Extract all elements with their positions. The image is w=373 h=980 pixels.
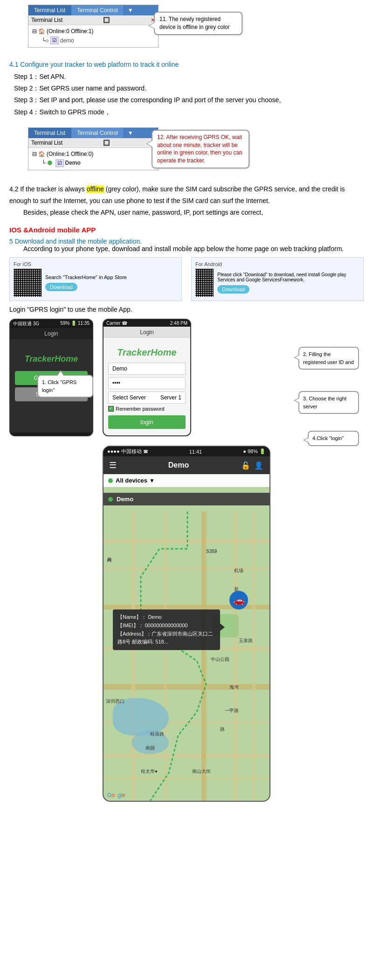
android-logo: TrackerHome xyxy=(108,347,186,358)
android-phone-mockup: Carrier ☎ 2:48 PM Login TrackerHome Demo… xyxy=(103,319,191,436)
ios-android-title: IOS &Android mobile APP xyxy=(9,226,364,234)
android-download-box: For Android Please click "Download" to d… xyxy=(191,257,364,301)
map-label-guiliao: 桂庙路 xyxy=(150,731,164,737)
device-status-dot xyxy=(108,478,113,483)
big-phone-header: ☰ Demo 🔓 👤 xyxy=(104,456,269,474)
info-address: 【Address】：广东省深圳市南山区关口二路8号 邮政编码: 518... xyxy=(117,630,215,646)
map-label-yuquan: 玉泉路 xyxy=(239,637,253,644)
ios-login-title: Login xyxy=(10,328,92,339)
map-label-guihua: 桂太华● xyxy=(141,768,158,775)
map-area: All devices ▼ Demo xyxy=(104,474,269,801)
hamburger-icon[interactable]: ☰ xyxy=(109,460,117,470)
callout-filling: 2. Filling the registered user ID and xyxy=(298,347,359,370)
offline-highlight: offline xyxy=(87,185,104,193)
android-user-field[interactable]: Demo xyxy=(108,363,186,375)
tab-terminal-control-1[interactable]: Terminal Control xyxy=(71,5,124,15)
lock-icon[interactable]: 🔓 xyxy=(241,460,251,470)
map-label-park: 中山公园 xyxy=(211,656,229,663)
terminal-tabs-1: Terminal List Terminal Control ▼ xyxy=(28,5,158,15)
demo-device-bar[interactable]: Demo xyxy=(104,493,269,505)
callout-click-login: 4.Click "login" xyxy=(308,431,359,446)
android-qr-code xyxy=(195,269,214,297)
ios-download-box: For iOS Search "TrackerHome" in App Stor… xyxy=(9,257,182,301)
download-row: For iOS Search "TrackerHome" in App Stor… xyxy=(9,257,364,301)
route-path xyxy=(104,511,269,801)
tab-terminal-control-2[interactable]: Terminal Control xyxy=(71,128,124,138)
step-3: Step 3：Set IP and port, please use the c… xyxy=(14,94,364,106)
info-imei: 【IMEI】： 000000000000000 xyxy=(117,622,215,630)
big-phone-mockup: ●●●● 中国移动 ☎ 11:41 ● 98% 🔋 ☰ Demo 🔓 👤 All… xyxy=(103,446,270,802)
android-status-bar: Carrier ☎ 2:48 PM xyxy=(104,320,190,327)
map-label-jichang2: 新 xyxy=(234,586,239,593)
tab-terminal-list-1[interactable]: Terminal List xyxy=(28,5,71,15)
android-login-btn[interactable]: login xyxy=(108,415,186,429)
android-pass-field[interactable]: •••• xyxy=(108,377,186,389)
section-4-1-title: 4.1 Configure your tracker to web platfo… xyxy=(9,61,364,68)
section-4-2: 4.2 If the tracker is always offline (gr… xyxy=(9,183,364,219)
terminal-content-2: ⊟ 🏠 (Online:1 Offline:0) └ ☑ Demo xyxy=(28,148,158,170)
map-label-haiwan: 海湾 xyxy=(229,684,239,691)
info-popup: 【Name】： Demo 【IMEI】： 000000000000000 【Ad… xyxy=(113,609,220,650)
ios-logo: TrackerHome xyxy=(15,354,88,364)
ios-download-btn[interactable]: Download xyxy=(45,283,77,291)
terminal-tabs-2: Terminal List Terminal Control ▼ xyxy=(28,128,158,138)
android-login-title: Login xyxy=(104,327,190,338)
map-label-jichang: 机场 xyxy=(234,567,243,574)
phones-row: 中国联通 3G 59% 🔋 11:35 Login TrackerHome GP… xyxy=(9,319,364,436)
android-server-select[interactable]: Select Server Server 1 xyxy=(108,392,186,404)
terminal-content-1: ⊟ 🏠 (Online:0 Offline:1) └○ ☑ demo xyxy=(28,25,158,47)
step-4: Step 4：Switch to GPRS mode， xyxy=(14,106,364,118)
map-label-3: 路 xyxy=(220,726,225,733)
tab-dropdown-arrow-1[interactable]: ▼ xyxy=(124,5,137,15)
tab-terminal-list-2[interactable]: Terminal List xyxy=(28,128,71,138)
demo-status-dot xyxy=(108,497,113,502)
remember-checkbox[interactable] xyxy=(108,406,114,412)
terminal-header-1: Terminal List 🔲 ✕ xyxy=(28,15,158,25)
step-2: Step 2：Set GPRS user name and password. xyxy=(14,83,364,94)
map-label-shenzhenxi: 深圳西口 xyxy=(106,698,124,705)
user-icon[interactable]: 👤 xyxy=(254,460,264,470)
map-label-road: S359 xyxy=(206,549,217,554)
google-logo: Google xyxy=(107,792,125,798)
android-phone-body: TrackerHome Demo •••• Select Server Serv… xyxy=(104,338,190,435)
callout-server: 3. Choose the right server xyxy=(298,391,359,414)
ios-status-bar: 中国联通 3G 59% 🔋 11:35 xyxy=(10,320,92,328)
terminal-header-2: Terminal List 🔲 ✕ xyxy=(28,138,158,148)
callout-2: 12. After receiving GPRS OK, wait about … xyxy=(152,130,249,168)
map-label-nanshan: 南山大街 xyxy=(192,768,211,775)
login-instruction: Login "GPRS login" to use the mobile App… xyxy=(9,306,364,313)
info-popup-arrow xyxy=(220,623,225,631)
nav-icons: 🔓 👤 xyxy=(241,460,264,470)
map-label-nan: 南园 xyxy=(145,745,155,751)
callout-1: 11. The newly registered device is offli… xyxy=(154,12,242,35)
ios-qr-code xyxy=(14,269,41,297)
big-phone-status-bar: ●●●● 中国移动 ☎ 11:41 ● 98% 🔋 xyxy=(104,447,269,456)
step-1: Step 1：Set APN. xyxy=(14,71,364,83)
remember-password-row: Remember password xyxy=(108,406,186,412)
section-5-title: 5 Download and install the mobile applic… xyxy=(9,238,364,245)
section-5-desc: According to your phone type, download a… xyxy=(23,245,364,252)
android-download-btn[interactable]: Download xyxy=(217,285,249,294)
info-name: 【Name】： Demo xyxy=(117,613,215,622)
callout-gprs-login: 1. Click "GPRS login" xyxy=(37,375,93,398)
tab-dropdown-arrow-2[interactable]: ▼ xyxy=(124,128,137,138)
step-list: Step 1：Set APN. Step 2：Set GPRS user nam… xyxy=(14,71,364,118)
map-label-2: 一甲路 xyxy=(225,707,239,714)
device-bar[interactable]: All devices ▼ xyxy=(104,474,269,487)
